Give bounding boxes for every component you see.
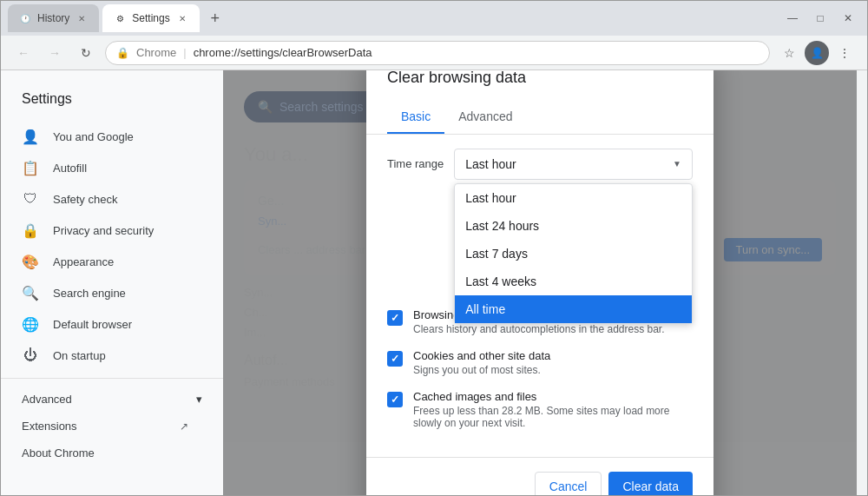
nav-right-controls: ☆ 👤 ⋮ [777, 41, 857, 65]
bookmark-star-icon[interactable]: ☆ [777, 41, 801, 65]
tab-advanced[interactable]: Advanced [444, 101, 526, 134]
sidebar-item-appearance[interactable]: 🎨 Appearance [1, 246, 209, 277]
nav-bar: ← → ↻ 🔒 Chrome | chrome://settings/clear… [1, 36, 867, 70]
url-text: chrome://settings/clearBrowserData [194, 46, 372, 59]
cookies-content: Cookies and other site data Signs you ou… [413, 349, 550, 376]
sidebar-label-safety-check: Safety check [53, 193, 117, 206]
autofill-icon: 📋 [22, 159, 39, 176]
dialog-overlay: Clear browsing data Basic Advanced Time … [223, 70, 857, 495]
sidebar-label-privacy-security: Privacy and security [53, 224, 154, 237]
option-all-time[interactable]: All time [455, 295, 692, 323]
tab-settings-label: Settings [132, 12, 169, 24]
chrome-label: Chrome [136, 46, 176, 59]
dialog-title: Clear browsing data [366, 70, 713, 101]
maximize-button[interactable]: □ [808, 6, 832, 30]
window-controls: — □ ✕ [780, 6, 860, 30]
sidebar-item-about-chrome[interactable]: About Chrome [1, 440, 209, 466]
new-tab-button[interactable]: + [203, 6, 227, 30]
time-range-select-wrapper[interactable]: Last hour ▼ Last hour Last 24 hours Last… [454, 149, 693, 180]
clear-browsing-data-dialog: Clear browsing data Basic Advanced Time … [366, 70, 713, 495]
sidebar-label-on-startup: On startup [53, 349, 106, 362]
appearance-icon: 🎨 [22, 253, 39, 270]
checkbox-cookies: ✓ Cookies and other site data Signs you … [387, 349, 693, 376]
sidebar-label-autofill: Autofill [53, 162, 87, 175]
sidebar-item-on-startup[interactable]: ⏻ On startup [1, 340, 209, 371]
time-range-select-display[interactable]: Last hour ▼ [454, 149, 693, 180]
sidebar-item-privacy-security[interactable]: 🔒 Privacy and security [1, 215, 209, 246]
tab-history[interactable]: 🕐 History ✕ [8, 4, 99, 32]
tab-settings[interactable]: ⚙ Settings ✕ [102, 4, 199, 32]
advanced-chevron-icon: ▾ [196, 393, 202, 406]
cookies-desc: Signs you out of most sites. [413, 364, 550, 376]
time-range-label: Time range [387, 157, 444, 170]
tab-settings-close[interactable]: ✕ [175, 11, 189, 25]
time-range-dropdown[interactable]: Last hour Last 24 hours Last 7 days Last… [454, 183, 693, 324]
minimize-button[interactable]: — [780, 6, 805, 30]
cached-images-desc: Frees up less than 28.2 MB. Some sites m… [413, 405, 693, 429]
privacy-icon: 🔒 [22, 222, 39, 239]
select-chevron-icon: ▼ [673, 159, 681, 169]
scrollbar[interactable] [857, 70, 867, 495]
sidebar-label-default-browser: Default browser [53, 318, 132, 331]
startup-icon: ⏻ [22, 347, 39, 364]
sidebar-label-appearance: Appearance [53, 255, 114, 268]
option-last-7-days[interactable]: Last 7 days [455, 240, 692, 268]
browsing-history-checkbox[interactable]: ✓ [387, 310, 403, 326]
sidebar-item-you-and-google[interactable]: 👤 You and Google [1, 121, 209, 152]
settings-sidebar: Settings 👤 You and Google 📋 Autofill 🛡 S… [1, 70, 223, 495]
main-content: Settings 👤 You and Google 📋 Autofill 🛡 S… [1, 70, 867, 495]
clear-data-button[interactable]: Clear data [608, 472, 693, 496]
sidebar-advanced-label: Advanced [22, 393, 72, 406]
cached-images-content: Cached images and files Frees up less th… [413, 390, 693, 429]
tab-history-close[interactable]: ✕ [75, 11, 89, 25]
checkmark-icon-2: ✓ [391, 353, 399, 365]
checkbox-cached-images: ✓ Cached images and files Frees up less … [387, 390, 693, 429]
checkmark-icon: ✓ [391, 312, 399, 324]
checkmark-icon-3: ✓ [391, 393, 399, 406]
menu-icon[interactable]: ⋮ [832, 41, 857, 65]
option-last-24-hours[interactable]: Last 24 hours [455, 212, 692, 240]
sidebar-item-safety-check[interactable]: 🛡 Safety check [1, 183, 209, 215]
refresh-button[interactable]: ↻ [74, 41, 98, 65]
browser-window: 🕐 History ✕ ⚙ Settings ✕ + — □ ✕ ← → ↻ 🔒… [0, 0, 868, 496]
option-last-hour[interactable]: Last hour [455, 184, 692, 212]
settings-favicon: ⚙ [113, 11, 127, 25]
sidebar-label-about-chrome: About Chrome [22, 446, 95, 460]
profile-icon[interactable]: 👤 [805, 41, 829, 65]
cookies-checkbox[interactable]: ✓ [387, 351, 403, 367]
cached-images-label: Cached images and files [413, 390, 693, 403]
extensions-external-icon: ↗ [180, 420, 188, 433]
close-button[interactable]: ✕ [836, 6, 860, 30]
sidebar-item-autofill[interactable]: 📋 Autofill [1, 152, 209, 183]
cached-images-checkbox[interactable]: ✓ [387, 392, 403, 407]
cookies-label: Cookies and other site data [413, 349, 550, 362]
browser-icon: 🌐 [22, 315, 39, 333]
tab-history-label: History [37, 12, 69, 24]
sidebar-advanced-section[interactable]: Advanced ▾ [1, 386, 223, 413]
forward-button[interactable]: → [43, 41, 67, 65]
sidebar-divider [1, 378, 223, 379]
history-favicon: 🕐 [18, 11, 32, 25]
sidebar-item-extensions[interactable]: Extensions ↗ [1, 413, 209, 440]
selected-time-range: Last hour [465, 157, 516, 171]
search-icon: 🔍 [22, 284, 39, 301]
address-separator: | [183, 46, 186, 59]
sidebar-label-extensions: Extensions [22, 420, 77, 433]
tab-basic[interactable]: Basic [387, 101, 444, 134]
sidebar-label-search-engine: Search engine [53, 287, 126, 300]
cancel-button[interactable]: Cancel [535, 472, 602, 496]
dialog-footer: Cancel Clear data [366, 457, 713, 496]
sidebar-label-you-and-google: You and Google [53, 130, 134, 143]
browsing-history-desc: Clears history and autocompletions in th… [413, 323, 665, 335]
time-range-row: Time range Last hour ▼ Last hour Last 24… [387, 149, 693, 180]
option-last-4-weeks[interactable]: Last 4 weeks [455, 268, 692, 295]
title-bar: 🕐 History ✕ ⚙ Settings ✕ + — □ ✕ [1, 1, 867, 36]
back-button[interactable]: ← [11, 41, 36, 65]
settings-sidebar-title: Settings [1, 84, 223, 121]
sidebar-item-default-browser[interactable]: 🌐 Default browser [1, 308, 209, 340]
address-bar[interactable]: 🔒 Chrome | chrome://settings/clearBrowse… [105, 41, 770, 65]
dialog-tabs: Basic Advanced [366, 101, 713, 135]
sidebar-item-search-engine[interactable]: 🔍 Search engine [1, 277, 209, 308]
lock-icon: 🔒 [116, 47, 129, 59]
dialog-body: Time range Last hour ▼ Last hour Last 24… [366, 135, 713, 457]
